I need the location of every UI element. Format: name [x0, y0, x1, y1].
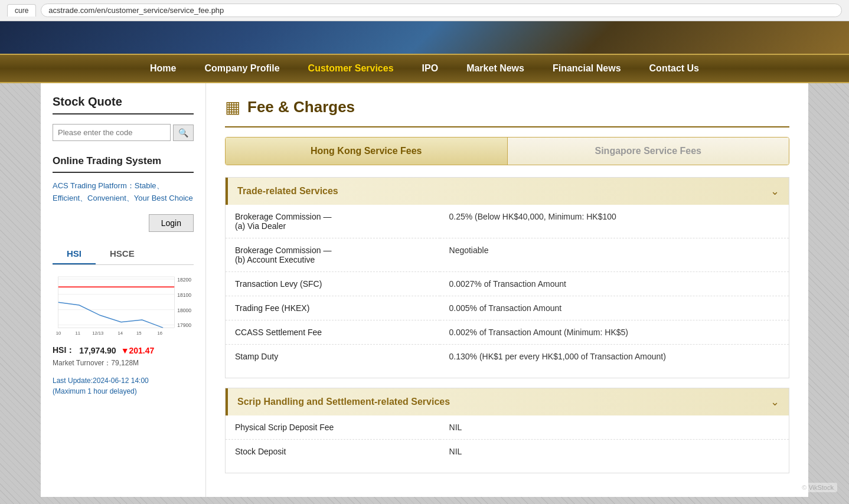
nav-financial-news[interactable]: Financial News — [538, 55, 635, 82]
nav-bar: Home Company Profile Customer Services I… — [0, 54, 849, 83]
hsi-change: ▼201.47 — [121, 346, 155, 355]
scrip-handling-header[interactable]: Scrip Handling and Settlement-related Se… — [226, 388, 789, 415]
scrip-handling-section: Scrip Handling and Settlement-related Se… — [225, 388, 789, 473]
main-container: Stock Quote 🔍 Online Trading System ACS … — [41, 83, 808, 497]
tab-hk-fees[interactable]: Hong Kong Service Fees — [226, 138, 507, 165]
scrip-handling-chevron: ⌄ — [770, 395, 779, 408]
search-icon: 🔍 — [178, 128, 188, 138]
table-row: Stock Deposit NIL — [226, 440, 789, 464]
service-name: Brokerage Commission —(a) Via Dealer — [226, 205, 440, 238]
login-button[interactable]: Login — [149, 214, 194, 232]
trade-related-header[interactable]: Trade-related Services ⌄ — [226, 178, 789, 205]
svg-text:18000: 18000 — [177, 307, 191, 313]
browser-tab[interactable]: cure — [7, 4, 36, 17]
chart-area: 18200 18100 18000 17900 10 11 12/13 14 1… — [53, 270, 194, 343]
service-tabs: Hong Kong Service Fees Singapore Service… — [225, 137, 789, 165]
url-bar[interactable]: acstrade.com/en/customer_service/service… — [41, 4, 842, 17]
online-trading-desc: ACS Trading Platform：Stable、Efficient、Co… — [53, 180, 194, 205]
last-update: Last Update:2024-06-12 14:00 (Maximum 1 … — [53, 375, 194, 397]
service-fee: NIL — [440, 440, 789, 464]
service-fee: Negotiable — [440, 238, 789, 272]
nav-market-news[interactable]: Market News — [452, 55, 538, 82]
online-trading-divider — [53, 172, 194, 173]
table-row: Brokerage Commission —(b) Account Execut… — [226, 238, 789, 272]
stock-search-button[interactable]: 🔍 — [173, 125, 194, 141]
trade-related-chevron: ⌄ — [770, 185, 779, 198]
table-row: Brokerage Commission —(a) Via Dealer 0.2… — [226, 205, 789, 238]
online-trading-title: Online Trading System — [53, 155, 194, 167]
nav-customer-services[interactable]: Customer Services — [294, 55, 408, 82]
service-name: Transaction Levy (SFC) — [226, 272, 440, 296]
hsi-value: 17,974.90 — [79, 346, 116, 355]
watermark: © VikStock — [798, 483, 837, 492]
scrip-handling-title: Scrip Handling and Settlement-related Se… — [237, 397, 450, 407]
market-turnover: Market Turnover：79,128M — [53, 358, 194, 368]
tab-sg-label: Singapore Service Fees — [595, 146, 701, 156]
service-fee: 0.25% (Below HK$40,000, Minimum: HK$100 — [440, 205, 789, 238]
fee-charges-header: ▦ Fee & Charges — [225, 97, 789, 117]
stock-quote-title: Stock Quote — [53, 95, 194, 109]
tab-hsi[interactable]: HSI — [53, 244, 96, 264]
service-fee: 0.0027% of Transaction Amount — [440, 272, 789, 296]
tab-hk-label: Hong Kong Service Fees — [311, 146, 422, 156]
service-name: Physical Scrip Deposit Fee — [226, 415, 440, 440]
service-name: Trading Fee (HKEX) — [226, 296, 440, 320]
hsi-chart: 18200 18100 18000 17900 10 11 12/13 14 1… — [53, 270, 194, 341]
site-banner — [0, 21, 849, 54]
main-content: ▦ Fee & Charges Hong Kong Service Fees S… — [206, 83, 808, 497]
table-row: Transaction Levy (SFC) 0.0027% of Transa… — [226, 272, 789, 296]
tab-hsce[interactable]: HSCE — [96, 244, 149, 264]
table-row: Stamp Duty 0.130% (HK$1 per every HK$1,0… — [226, 345, 789, 369]
nav-home[interactable]: Home — [136, 55, 190, 82]
tab-sg-fees[interactable]: Singapore Service Fees — [508, 138, 789, 165]
hsi-label: HSI： — [53, 345, 74, 356]
service-fee: 0.002% of Transaction Amount (Minimum: H… — [440, 320, 789, 345]
fee-header-line — [225, 126, 789, 127]
fee-charges-title: Fee & Charges — [247, 98, 355, 116]
svg-text:18100: 18100 — [177, 292, 191, 297]
hsi-value-row: HSI： 17,974.90 ▼201.47 — [53, 345, 194, 356]
svg-text:17900: 17900 — [177, 322, 191, 328]
svg-text:10: 10 — [56, 330, 61, 336]
index-tabs: HSI HSCE — [53, 244, 194, 265]
svg-text:14: 14 — [117, 330, 123, 336]
fee-icon: ▦ — [225, 97, 240, 117]
sidebar: Stock Quote 🔍 Online Trading System ACS … — [41, 83, 206, 497]
svg-text:15: 15 — [136, 330, 142, 336]
nav-company-profile[interactable]: Company Profile — [190, 55, 293, 82]
service-name: Stamp Duty — [226, 345, 440, 369]
trade-related-section: Trade-related Services ⌄ Brokerage Commi… — [225, 177, 789, 378]
service-name: CCASS Settlement Fee — [226, 320, 440, 345]
service-name: Brokerage Commission —(b) Account Execut… — [226, 238, 440, 272]
svg-text:16: 16 — [158, 330, 163, 336]
trade-related-table: Brokerage Commission —(a) Via Dealer 0.2… — [226, 205, 789, 368]
stock-input-row: 🔍 — [53, 124, 194, 141]
service-fee: NIL — [440, 415, 789, 440]
stock-quote-divider — [53, 113, 194, 114]
service-fee: 0.130% (HK$1 per every HK$1,000 of Trans… — [440, 345, 789, 369]
nav-contact-us[interactable]: Contact Us — [635, 55, 713, 82]
scrip-handling-table: Physical Scrip Deposit Fee NIL Stock Dep… — [226, 415, 789, 463]
trade-related-title: Trade-related Services — [237, 186, 338, 197]
service-fee: 0.005% of Transaction Amount — [440, 296, 789, 320]
svg-text:18200: 18200 — [177, 276, 191, 282]
svg-text:12/13: 12/13 — [92, 330, 103, 336]
table-row: Trading Fee (HKEX) 0.005% of Transaction… — [226, 296, 789, 320]
browser-bar: cure acstrade.com/en/customer_service/se… — [0, 0, 849, 21]
nav-ipo[interactable]: IPO — [408, 55, 453, 82]
service-name: Stock Deposit — [226, 440, 440, 464]
table-row: CCASS Settlement Fee 0.002% of Transacti… — [226, 320, 789, 345]
svg-text:11: 11 — [75, 330, 80, 336]
table-row: Physical Scrip Deposit Fee NIL — [226, 415, 789, 440]
stock-code-input[interactable] — [53, 124, 171, 141]
